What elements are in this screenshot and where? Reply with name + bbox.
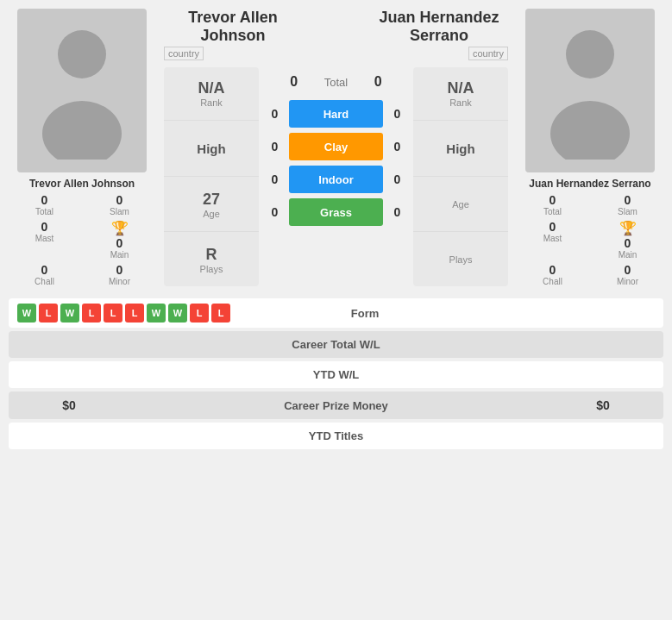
right-minor-val: 0: [592, 263, 663, 277]
right-trophy-icon: 🏆: [619, 221, 637, 235]
hard-left-score: 0: [264, 107, 286, 121]
right-minor-cell: 0 Minor: [592, 263, 663, 286]
left-minor-cell: 0 Minor: [84, 263, 155, 286]
right-total-val: 0: [517, 193, 588, 207]
left-player-avatar-svg: [39, 22, 125, 160]
prize-money-left: $0: [17, 398, 121, 412]
right-player-panel: Juan Hernandez Serrano 0 Total 0 Slam 0 …: [517, 9, 663, 286]
left-minor-val: 0: [84, 263, 155, 277]
left-center-name: Trevor Allen Johnson: [164, 9, 302, 45]
indoor-row: 0 Indoor 0: [264, 164, 408, 195]
left-rank-val: N/A: [198, 79, 225, 97]
left-age-block: 27 Age: [164, 178, 259, 232]
main-container: Trevor Allen Johnson 0 Total 0 Slam 0 Ma…: [0, 0, 672, 449]
left-rank-block: N/A Rank: [164, 67, 259, 121]
right-high-val: High: [446, 141, 474, 156]
right-chall-cell: 0 Chall: [517, 263, 588, 286]
right-player-avatar-svg: [547, 22, 633, 160]
total-score-row: 0 Total 0: [264, 67, 408, 97]
left-minor-lbl: Minor: [84, 277, 155, 286]
left-slam-val: 0: [84, 193, 155, 207]
left-high-val: High: [197, 141, 225, 156]
hard-row: 0 Hard 0: [264, 98, 408, 129]
prize-money-right: $0: [551, 398, 655, 412]
right-mast-lbl: Mast: [517, 234, 588, 243]
clay-right-score: 0: [386, 140, 408, 153]
form-badge-l: L: [190, 304, 209, 323]
grass-right-score: 0: [386, 205, 408, 219]
total-right-score: 0: [365, 74, 391, 90]
right-age-block: Age: [413, 178, 508, 232]
left-mast-lbl: Mast: [9, 234, 80, 243]
left-player-name-below: Trevor Allen Johnson: [9, 178, 155, 190]
ytd-wl-label: YTD W/L: [121, 368, 551, 381]
right-stats-grid: 0 Total 0 Slam 0 Mast 🏆 0 Main: [517, 193, 663, 286]
left-total-val: 0: [9, 193, 80, 207]
left-country: country: [164, 47, 204, 60]
comparison-section: Trevor Allen Johnson 0 Total 0 Slam 0 Ma…: [0, 0, 672, 295]
left-age-val: 27: [203, 191, 220, 209]
form-badge-l: L: [125, 304, 144, 323]
grass-bar: Grass: [289, 198, 383, 226]
form-badge-l: L: [104, 304, 122, 323]
center-bars-panel: 0 Total 0 0 Hard 0 0 Clay 0: [259, 67, 413, 286]
right-slam-lbl: Slam: [592, 207, 663, 216]
form-row: WLWLLLWWLL Form: [9, 298, 663, 328]
right-total-cell: 0 Total: [517, 193, 588, 216]
career-total-row: Career Total W/L: [9, 331, 663, 358]
ytd-titles-row: YTD Titles: [9, 423, 663, 449]
left-info-panel: N/A Rank High 27 Age R Plays: [164, 67, 259, 286]
right-total-lbl: Total: [517, 207, 588, 216]
total-left-score: 0: [281, 74, 307, 90]
ytd-wl-row: YTD W/L: [9, 361, 663, 388]
right-player-photo: [525, 9, 655, 172]
left-player-photo: [17, 9, 147, 172]
right-chall-val: 0: [517, 263, 588, 277]
left-chall-val: 0: [9, 263, 80, 277]
svg-point-2: [566, 30, 614, 78]
career-total-label: Career Total W/L: [121, 338, 551, 351]
left-stats-grid: 0 Total 0 Slam 0 Mast 🏆 0 Main: [9, 193, 155, 286]
form-badge-w: W: [17, 304, 36, 323]
right-rank-lbl: Rank: [449, 97, 472, 108]
right-main-cell: 🏆 0 Main: [592, 220, 663, 260]
svg-point-3: [550, 101, 630, 160]
hard-right-score: 0: [386, 107, 408, 121]
right-main-val: 0: [592, 236, 663, 250]
bottom-section: WLWLLLWWLL Form Career Total W/L YTD W/L…: [0, 295, 672, 449]
right-player-name-below: Juan Hernandez Serrano: [517, 178, 663, 190]
form-badge-l: L: [39, 304, 58, 323]
left-mast-cell: 0 Mast: [9, 220, 80, 260]
form-label: Form: [230, 307, 499, 320]
right-age-lbl: Age: [452, 199, 469, 210]
indoor-bar: Indoor: [289, 166, 383, 193]
right-info-panel: N/A Rank High Age Plays: [413, 67, 508, 286]
left-plays-val: R: [206, 246, 217, 264]
svg-point-0: [58, 30, 106, 78]
right-country: country: [468, 47, 508, 60]
left-slam-lbl: Slam: [84, 207, 155, 216]
left-plays-block: R Plays: [164, 234, 259, 286]
right-slam-val: 0: [592, 193, 663, 207]
hard-bar: Hard: [289, 100, 383, 128]
left-age-lbl: Age: [203, 209, 220, 219]
prize-money-label: Career Prize Money: [121, 399, 551, 412]
form-badge-w: W: [60, 304, 79, 323]
left-total-lbl: Total: [9, 207, 80, 216]
total-label: Total: [324, 76, 348, 89]
clay-left-score: 0: [264, 140, 286, 153]
svg-point-1: [42, 101, 122, 160]
right-slam-cell: 0 Slam: [592, 193, 663, 216]
form-badges: WLWLLLWWLL: [17, 304, 230, 323]
prize-money-row: $0 Career Prize Money $0: [9, 391, 663, 419]
left-chall-cell: 0 Chall: [9, 263, 80, 286]
right-plays-block: Plays: [413, 234, 508, 286]
right-minor-lbl: Minor: [592, 277, 663, 286]
form-badge-w: W: [147, 304, 166, 323]
right-high-block: High: [413, 122, 508, 176]
right-mast-val: 0: [517, 220, 588, 234]
right-rank-block: N/A Rank: [413, 67, 508, 121]
left-plays-lbl: Plays: [200, 264, 223, 274]
indoor-left-score: 0: [264, 172, 286, 186]
indoor-right-score: 0: [386, 172, 408, 186]
